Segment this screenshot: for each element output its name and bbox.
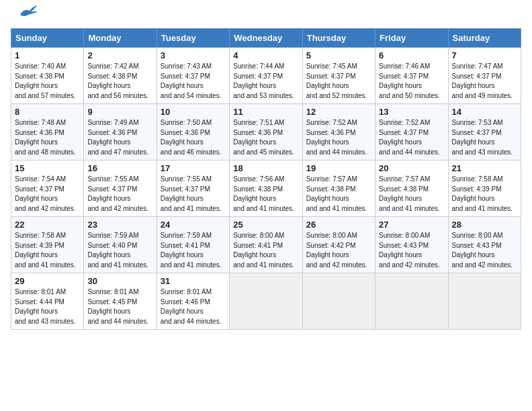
calendar-cell: 13 Sunrise: 7:52 AMSunset: 4:37 PMDaylig… — [375, 104, 448, 161]
daylight-value: and and 41 minutes. — [233, 261, 294, 269]
sunrise-info: Sunrise: 7:55 AM — [87, 175, 138, 183]
daylight-label: Daylight hours — [161, 251, 204, 259]
daylight-label: Daylight hours — [306, 82, 349, 89]
calendar-cell: 5 Sunrise: 7:45 AMSunset: 4:37 PMDayligh… — [302, 48, 375, 104]
weekday-header-saturday: Saturday — [448, 29, 521, 48]
calendar-cell — [302, 273, 375, 330]
page-container: SundayMondayTuesdayWednesdayThursdayFrid… — [0, 0, 532, 335]
day-number: 9 — [87, 107, 152, 117]
calendar-week-3: 15 Sunrise: 7:54 AMSunset: 4:37 PMDaylig… — [11, 161, 521, 217]
sunset-info: Sunset: 4:46 PM — [161, 298, 210, 306]
sunrise-info: Sunrise: 8:01 AM — [87, 288, 138, 295]
daylight-label: Daylight hours — [379, 138, 422, 146]
sunrise-info: Sunrise: 7:50 AM — [161, 119, 212, 126]
sunrise-info: Sunrise: 7:58 AM — [15, 232, 66, 239]
sunrise-info: Sunrise: 8:01 AM — [161, 288, 212, 295]
sunrise-info: Sunrise: 7:44 AM — [233, 62, 284, 70]
day-number: 11 — [233, 107, 298, 117]
calendar-cell: 27 Sunrise: 8:00 AMSunset: 4:43 PMDaylig… — [375, 217, 448, 273]
daylight-label: Daylight hours — [233, 82, 276, 89]
daylight-label: Daylight hours — [87, 138, 130, 146]
day-number: 20 — [379, 163, 444, 173]
sunset-info: Sunset: 4:37 PM — [161, 73, 210, 80]
sunrise-info: Sunrise: 7:59 AM — [161, 232, 212, 239]
day-number: 7 — [452, 50, 517, 60]
day-info: Sunrise: 7:56 AMSunset: 4:38 PMDaylight … — [233, 175, 298, 214]
calendar-cell: 6 Sunrise: 7:46 AMSunset: 4:37 PMDayligh… — [375, 48, 448, 104]
sunrise-info: Sunrise: 7:48 AM — [15, 119, 66, 126]
day-number: 2 — [87, 50, 152, 60]
calendar-cell — [230, 273, 302, 330]
sunrise-info: Sunrise: 7:52 AM — [379, 119, 430, 126]
sunset-info: Sunset: 4:37 PM — [233, 73, 283, 80]
sunset-info: Sunset: 4:39 PM — [15, 242, 64, 249]
sunrise-info: Sunrise: 8:01 AM — [15, 288, 66, 295]
sunset-info: Sunset: 4:41 PM — [161, 242, 210, 249]
day-info: Sunrise: 8:01 AMSunset: 4:45 PMDaylight … — [87, 287, 152, 326]
calendar-cell: 12 Sunrise: 7:52 AMSunset: 4:36 PMDaylig… — [302, 104, 375, 161]
daylight-value: and and 41 minutes. — [15, 261, 76, 269]
day-info: Sunrise: 7:46 AMSunset: 4:37 PMDaylight … — [379, 62, 444, 101]
calendar-week-2: 8 Sunrise: 7:48 AMSunset: 4:36 PMDayligh… — [11, 104, 521, 161]
calendar-cell: 31 Sunrise: 8:01 AMSunset: 4:46 PMDaylig… — [157, 273, 229, 330]
weekday-header-sunday: Sunday — [11, 29, 84, 48]
daylight-value: and and 41 minutes. — [379, 205, 440, 212]
logo-bird-icon — [15, 5, 38, 20]
calendar-cell: 2 Sunrise: 7:42 AMSunset: 4:38 PMDayligh… — [84, 48, 157, 104]
day-info: Sunrise: 7:40 AMSunset: 4:38 PMDaylight … — [15, 62, 80, 101]
sunrise-info: Sunrise: 7:52 AM — [306, 119, 357, 126]
day-number: 15 — [15, 163, 80, 173]
day-number: 26 — [306, 220, 371, 230]
day-number: 8 — [15, 107, 80, 117]
sunrise-info: Sunrise: 7:42 AM — [87, 62, 138, 70]
day-info: Sunrise: 7:43 AMSunset: 4:37 PMDaylight … — [161, 62, 226, 101]
weekday-header-wednesday: Wednesday — [230, 29, 302, 48]
daylight-label: Daylight hours — [233, 138, 276, 146]
day-number: 27 — [379, 220, 444, 230]
daylight-value: and and 54 minutes. — [161, 92, 222, 99]
daylight-label: Daylight hours — [15, 138, 58, 146]
weekday-header-tuesday: Tuesday — [157, 29, 229, 48]
day-info: Sunrise: 8:01 AMSunset: 4:44 PMDaylight … — [15, 287, 80, 326]
calendar-cell: 7 Sunrise: 7:47 AMSunset: 4:37 PMDayligh… — [448, 48, 521, 104]
day-info: Sunrise: 7:58 AMSunset: 4:39 PMDaylight … — [452, 175, 517, 214]
calendar-cell: 18 Sunrise: 7:56 AMSunset: 4:38 PMDaylig… — [230, 161, 302, 217]
daylight-label: Daylight hours — [379, 82, 422, 89]
daylight-value: and and 47 minutes. — [87, 148, 148, 156]
weekday-header-friday: Friday — [375, 29, 448, 48]
daylight-value: and and 41 minutes. — [452, 205, 513, 212]
header — [11, 11, 521, 20]
daylight-value: and and 41 minutes. — [161, 205, 222, 212]
sunrise-info: Sunrise: 7:46 AM — [379, 62, 430, 70]
day-info: Sunrise: 7:50 AMSunset: 4:36 PMDaylight … — [161, 118, 226, 157]
daylight-label: Daylight hours — [87, 308, 130, 315]
sunset-info: Sunset: 4:38 PM — [379, 185, 429, 193]
sunset-info: Sunset: 4:38 PM — [15, 73, 64, 80]
calendar-cell: 28 Sunrise: 8:00 AMSunset: 4:43 PMDaylig… — [448, 217, 521, 273]
calendar-cell: 1 Sunrise: 7:40 AMSunset: 4:38 PMDayligh… — [11, 48, 84, 104]
calendar-cell: 11 Sunrise: 7:51 AMSunset: 4:36 PMDaylig… — [230, 104, 302, 161]
weekday-header-row: SundayMondayTuesdayWednesdayThursdayFrid… — [11, 29, 521, 48]
sunset-info: Sunset: 4:36 PM — [306, 129, 356, 136]
daylight-label: Daylight hours — [452, 82, 495, 89]
daylight-value: and and 50 minutes. — [379, 92, 440, 99]
calendar-week-1: 1 Sunrise: 7:40 AMSunset: 4:38 PMDayligh… — [11, 48, 521, 104]
sunset-info: Sunset: 4:40 PM — [87, 242, 137, 249]
sunset-info: Sunset: 4:44 PM — [15, 298, 64, 306]
sunrise-info: Sunrise: 8:00 AM — [233, 232, 284, 239]
day-info: Sunrise: 7:54 AMSunset: 4:37 PMDaylight … — [15, 175, 80, 214]
sunset-info: Sunset: 4:37 PM — [452, 73, 502, 80]
daylight-value: and and 52 minutes. — [306, 92, 367, 99]
day-info: Sunrise: 7:44 AMSunset: 4:37 PMDaylight … — [233, 62, 298, 101]
sunset-info: Sunset: 4:45 PM — [87, 298, 137, 306]
daylight-label: Daylight hours — [15, 251, 58, 259]
daylight-label: Daylight hours — [306, 138, 349, 146]
day-info: Sunrise: 7:57 AMSunset: 4:38 PMDaylight … — [379, 175, 444, 214]
calendar-cell: 21 Sunrise: 7:58 AMSunset: 4:39 PMDaylig… — [448, 161, 521, 217]
day-number: 29 — [15, 276, 80, 286]
day-number: 21 — [452, 163, 517, 173]
day-info: Sunrise: 7:52 AMSunset: 4:36 PMDaylight … — [306, 118, 371, 157]
sunset-info: Sunset: 4:43 PM — [452, 242, 502, 249]
daylight-label: Daylight hours — [233, 195, 276, 202]
daylight-label: Daylight hours — [379, 195, 422, 202]
